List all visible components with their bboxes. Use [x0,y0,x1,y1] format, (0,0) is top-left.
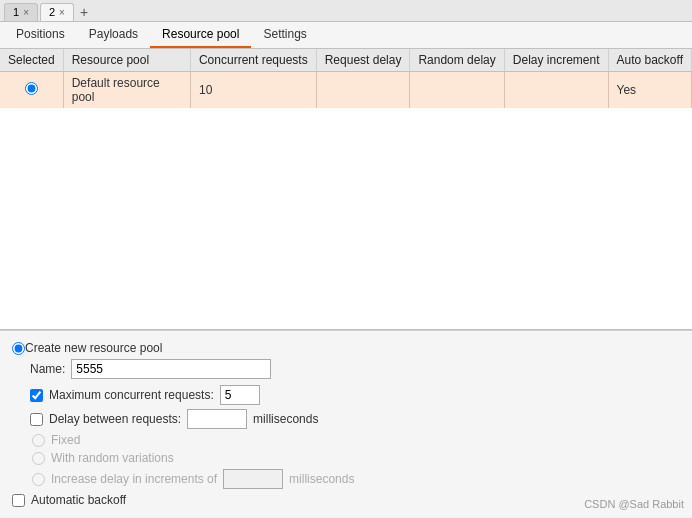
with-random-row: With random variations [12,451,680,465]
max-concurrent-row: Maximum concurrent requests: [12,385,680,405]
col-random-delay: Random delay [410,49,504,72]
resource-pool-table: Selected Resource pool Concurrent reques… [0,49,692,108]
with-random-radio[interactable] [32,452,45,465]
nav-tabs: Positions Payloads Resource pool Setting… [0,22,692,49]
watermark: CSDN @Sad Rabbit [584,498,684,510]
create-new-label: Create new resource pool [25,341,162,355]
tab-2-label: 2 [49,6,55,18]
tab-resource-pool[interactable]: Resource pool [150,22,251,48]
delay-between-label: Delay between requests: [49,412,181,426]
max-concurrent-label: Maximum concurrent requests: [49,388,214,402]
row-concurrent-requests-cell: 10 [190,72,316,109]
tab-payloads[interactable]: Payloads [77,22,150,48]
tab-add-button[interactable]: + [76,4,92,20]
auto-backoff-checkbox[interactable] [12,494,25,507]
fixed-row: Fixed [12,433,680,447]
name-row: Name: [12,359,680,379]
col-selected: Selected [0,49,63,72]
create-new-row: Create new resource pool [12,341,680,355]
milliseconds-label: milliseconds [253,412,318,426]
name-input[interactable] [71,359,271,379]
col-request-delay: Request delay [316,49,410,72]
row-resource-pool-cell: Default resource pool [63,72,190,109]
create-new-radio[interactable] [12,342,25,355]
main-content: Selected Resource pool Concurrent reques… [0,49,692,517]
table-container: Selected Resource pool Concurrent reques… [0,49,692,330]
row-random-delay-cell [410,72,504,109]
fixed-label: Fixed [51,433,80,447]
with-random-label: With random variations [51,451,174,465]
delay-between-row: Delay between requests: milliseconds [12,409,680,429]
tab-settings[interactable]: Settings [251,22,318,48]
increase-delay-input[interactable] [223,469,283,489]
row-auto-backoff-cell: Yes [608,72,692,109]
row-radio[interactable] [25,82,38,95]
auto-backoff-label: Automatic backoff [31,493,126,507]
max-concurrent-input[interactable] [220,385,260,405]
tab-1-label: 1 [13,6,19,18]
increase-delay-ms-label: milliseconds [289,472,354,486]
tab-2[interactable]: 2 × [40,3,74,21]
auto-backoff-row: Automatic backoff [12,493,680,507]
col-auto-backoff: Auto backoff [608,49,692,72]
tab-bar: 1 × 2 × + [0,0,692,22]
fixed-radio[interactable] [32,434,45,447]
col-delay-increment: Delay increment [504,49,608,72]
col-concurrent-requests: Concurrent requests [190,49,316,72]
row-selected-cell[interactable] [0,72,63,109]
increase-delay-row: Increase delay in increments of millisec… [12,469,680,489]
tab-1[interactable]: 1 × [4,3,38,21]
row-request-delay-cell [316,72,410,109]
col-resource-pool: Resource pool [63,49,190,72]
tab-positions[interactable]: Positions [4,22,77,48]
delay-between-checkbox[interactable] [30,413,43,426]
row-delay-increment-cell [504,72,608,109]
form-area: Create new resource pool Name: Maximum c… [0,330,692,517]
increase-delay-label: Increase delay in increments of [51,472,217,486]
increase-delay-radio[interactable] [32,473,45,486]
max-concurrent-checkbox[interactable] [30,389,43,402]
name-label: Name: [30,362,65,376]
table-row[interactable]: Default resource pool 10 Yes [0,72,692,109]
tab-1-close[interactable]: × [23,7,29,18]
delay-between-input[interactable] [187,409,247,429]
table-header-row: Selected Resource pool Concurrent reques… [0,49,692,72]
tab-2-close[interactable]: × [59,7,65,18]
